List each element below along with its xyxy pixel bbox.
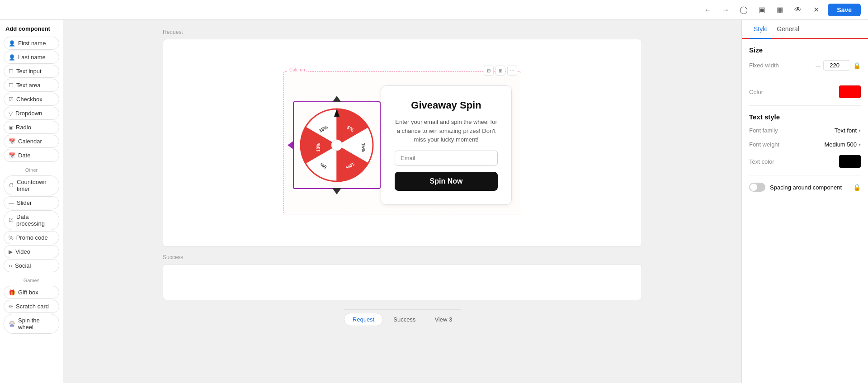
sidebar-item-checkbox[interactable]: ☑ Checkbox (4, 93, 59, 106)
sidebar-item-label: Last name (18, 54, 46, 61)
svg-text:15%: 15% (361, 143, 366, 152)
divider-1 (749, 78, 861, 78)
slider-icon: — (9, 200, 14, 206)
fixed-width-value: — 🔒 (816, 60, 861, 71)
sidebar-item-dropdown[interactable]: ▽ Dropdown (4, 107, 59, 120)
font-family-dropdown[interactable]: Text font ▾ (835, 127, 861, 134)
giveaway-card: Giveaway Spin Enter your email and spin … (381, 85, 512, 205)
undo-icon[interactable]: ← (701, 4, 714, 16)
canvas-request-label: Request (163, 29, 642, 35)
color-row: Color (749, 85, 861, 98)
sidebar-item-label: Checkbox (16, 96, 42, 103)
sidebar-item-calendar[interactable]: 📅 Calendar (4, 135, 59, 148)
lock-icon[interactable]: 🔒 (853, 62, 861, 69)
bottom-tabs: Request Success View 3 (344, 309, 461, 329)
sidebar-item-countdown-timer[interactable]: ⏱ Countdown timer (4, 175, 59, 195)
color-label: Color (749, 89, 763, 95)
radio-icon: ◉ (9, 124, 13, 131)
sidebar-item-label: Date (18, 152, 30, 159)
color-swatch[interactable] (839, 85, 861, 98)
globe-icon[interactable]: ◯ (737, 4, 750, 16)
column-tool-2[interactable]: ⊞ (495, 66, 505, 76)
tab-success[interactable]: Success (385, 313, 424, 326)
font-weight-dropdown[interactable]: Medium 500 ▾ (824, 141, 861, 148)
spin-wheel-panel[interactable]: 5% 15% 10% 5% 10% 15% (293, 101, 381, 189)
arrow-bottom-icon (332, 188, 341, 194)
tab-request[interactable]: Request (344, 313, 383, 326)
tab-style[interactable]: Style (749, 20, 772, 39)
sidebar-item-label: Promo code (16, 234, 48, 241)
sidebar-item-label: Data processing (16, 213, 54, 227)
right-panel-tabs: Style General (742, 20, 868, 39)
timer-icon: ⏱ (9, 182, 14, 189)
mobile-icon[interactable]: ▦ (774, 4, 786, 16)
font-weight-value: Medium 500 (824, 141, 857, 148)
other-section-label: Other (4, 167, 59, 173)
sidebar-item-text-area[interactable]: ☐ Text area (4, 79, 59, 92)
sidebar-item-first-name[interactable]: 👤 First name (4, 37, 59, 50)
sidebar-item-label: Spin the wheel (18, 317, 54, 331)
giveaway-title: Giveaway Spin (411, 99, 481, 111)
desktop-icon[interactable]: ▣ (755, 4, 768, 16)
save-button[interactable]: Save (828, 4, 861, 16)
spacing-lock-icon[interactable]: 🔒 (853, 184, 861, 191)
text-style-title: Text style (749, 113, 861, 121)
arrow-left-icon (288, 141, 294, 150)
sidebar-item-radio[interactable]: ◉ Radio (4, 121, 59, 134)
spacing-row: Spacing around component 🔒 (749, 183, 861, 192)
sidebar-item-date[interactable]: 📅 Date (4, 149, 59, 162)
font-weight-row: Font weight Medium 500 ▾ (749, 141, 861, 148)
canvas-content: Request Column ⊟ ⊞ ⋯ (154, 20, 651, 309)
right-panel: Style General Size Fixed width — 🔒 Color (741, 20, 868, 383)
promo-icon: % (9, 235, 14, 241)
fixed-width-input[interactable] (823, 60, 850, 71)
video-icon: ▶ (9, 249, 13, 255)
column-tool-3[interactable]: ⋯ (507, 66, 517, 76)
sidebar-item-gift-box[interactable]: 🎁 Gift box (4, 286, 59, 299)
input-icon: ☐ (9, 68, 14, 75)
close-icon[interactable]: ✕ (810, 4, 822, 16)
column-tool-1[interactable]: ⊟ (484, 66, 494, 76)
fixed-width-row: Fixed width — 🔒 (749, 60, 861, 71)
tab-general[interactable]: General (772, 20, 804, 39)
sidebar-item-label: Text input (16, 68, 42, 75)
games-section-label: Games (4, 278, 59, 283)
sidebar-item-scratch-card[interactable]: ✏ Scratch card (4, 300, 59, 313)
redo-icon[interactable]: → (719, 4, 732, 16)
fixed-width-dash: — (816, 63, 821, 68)
giveaway-description: Enter your email and spin the wheel for … (395, 118, 498, 144)
eye-icon[interactable]: 👁 (792, 4, 804, 16)
right-panel-body: Size Fixed width — 🔒 Color Text style Fo… (742, 39, 868, 203)
wheel-container: 5% 15% 10% 5% 10% 15% (298, 107, 375, 184)
column-tools: ⊟ ⊞ ⋯ (484, 66, 517, 76)
text-color-swatch[interactable] (839, 155, 861, 168)
spacing-toggle[interactable] (749, 183, 765, 192)
sidebar-item-label: Slider (17, 199, 32, 206)
sidebar-item-label: Countdown timer (17, 179, 54, 192)
sidebar-item-last-name[interactable]: 👤 Last name (4, 51, 59, 64)
sidebar-item-slider[interactable]: — Slider (4, 196, 59, 209)
sidebar-item-text-input[interactable]: ☐ Text input (4, 65, 59, 78)
font-family-row: Font family Text font ▾ (749, 127, 861, 134)
font-family-value: Text font (835, 127, 857, 134)
sidebar-item-label: First name (18, 40, 46, 47)
font-weight-label: Font weight (749, 141, 779, 148)
spacing-label: Spacing around component (770, 184, 842, 191)
sidebar-item-label: Dropdown (15, 110, 42, 117)
divider-2 (749, 105, 861, 106)
email-input[interactable] (395, 151, 498, 165)
textarea-icon: ☐ (9, 82, 14, 89)
sidebar-item-social[interactable]: ‹› Social (4, 259, 59, 272)
tab-view3[interactable]: View 3 (426, 313, 461, 326)
sidebar-item-video[interactable]: ▶ Video (4, 245, 59, 258)
sidebar-item-data-processing[interactable]: ☑ Data processing (4, 210, 59, 230)
gift-icon: 🎁 (9, 289, 15, 296)
sidebar-item-spin-wheel[interactable]: 🎡 Spin the wheel (4, 314, 59, 334)
spin-wheel-svg: 5% 15% 10% 5% 10% 15% (298, 107, 375, 184)
chevron-down-icon: ▾ (859, 128, 861, 133)
sidebar-item-promo-code[interactable]: % Promo code (4, 231, 59, 244)
spin-now-button[interactable]: Spin Now (395, 172, 498, 191)
svg-text:10%: 10% (316, 143, 321, 152)
sidebar: Add component 👤 First name 👤 Last name ☐… (0, 20, 63, 383)
sidebar-item-label: Radio (16, 124, 31, 131)
